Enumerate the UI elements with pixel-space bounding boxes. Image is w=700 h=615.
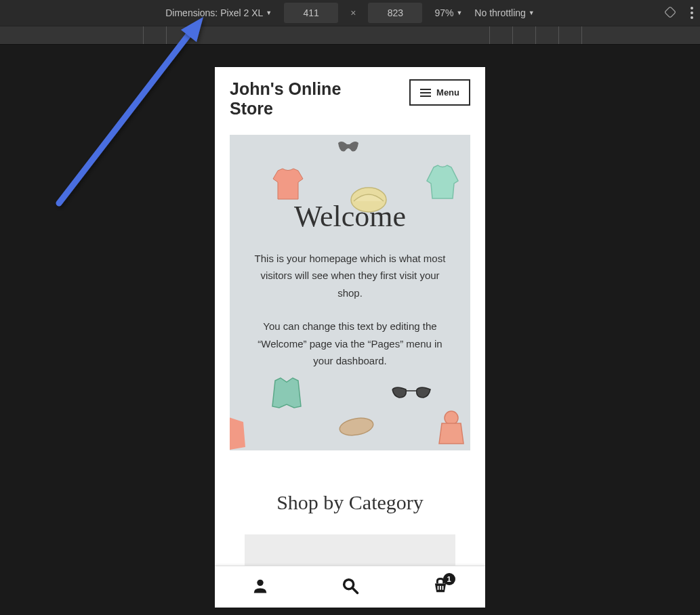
throttling-value: No throttling — [474, 7, 525, 18]
svg-line-6 — [352, 588, 357, 593]
zoom-dropdown[interactable]: 97% ▼ — [434, 7, 462, 18]
hero-section: Welcome This is your homepage which is w… — [230, 135, 470, 450]
hoodie-doodle-icon — [434, 410, 469, 447]
menu-label: Menu — [436, 87, 459, 98]
cart-nav-item[interactable]: 1 — [431, 576, 450, 598]
times-separator: × — [350, 7, 356, 18]
device-dropdown[interactable]: Dimensions: Pixel 2 XL ▼ — [165, 7, 272, 18]
devtools-toolbar: Dimensions: Pixel 2 XL ▼ × 97% ▼ No thro… — [0, 0, 700, 26]
viewport-area: John's Online Store Menu Welcome This is… — [0, 45, 700, 615]
chevron-down-icon: ▼ — [266, 9, 272, 16]
sunglasses2-doodle-icon — [390, 383, 433, 403]
hero-paragraph-1: This is your homepage which is what most… — [250, 250, 450, 302]
sunglasses-doodle-icon — [335, 136, 362, 161]
hamburger-icon — [420, 89, 431, 97]
chevron-down-icon: ▼ — [456, 9, 462, 16]
jacket-doodle-icon — [267, 374, 306, 413]
tshirt-doodle-icon — [268, 165, 308, 205]
shirt-edge-doodle-icon — [230, 417, 247, 450]
cap-doodle-icon — [348, 181, 389, 215]
account-nav-item[interactable] — [251, 576, 270, 598]
search-icon — [341, 576, 360, 595]
throttling-dropdown[interactable]: No throttling ▼ — [474, 7, 534, 18]
shoe-doodle-icon — [338, 415, 375, 438]
ruler — [0, 26, 700, 45]
rotate-icon[interactable] — [663, 5, 677, 21]
svg-rect-0 — [665, 6, 676, 17]
site-title[interactable]: John's Online Store — [230, 79, 365, 119]
shop-heading: Shop by Category — [230, 491, 470, 514]
user-icon — [251, 576, 270, 595]
device-preview: John's Online Store Menu Welcome This is… — [215, 67, 485, 608]
dimensions-label: Dimensions: — [165, 7, 218, 18]
bottom-nav: 1 — [215, 566, 485, 608]
device-name: Pixel 2 XL — [220, 7, 263, 18]
kebab-menu-icon[interactable] — [691, 7, 693, 19]
site-header: John's Online Store Menu — [215, 67, 485, 125]
search-nav-item[interactable] — [341, 576, 360, 598]
chevron-down-icon: ▼ — [529, 9, 535, 16]
menu-button[interactable]: Menu — [409, 79, 470, 106]
zoom-value: 97% — [434, 7, 453, 18]
svg-point-4 — [257, 579, 263, 585]
hero-paragraph-2: You can change this text by editing the … — [250, 318, 450, 370]
svg-point-2 — [338, 415, 374, 437]
height-input[interactable] — [368, 3, 422, 23]
width-input[interactable] — [284, 3, 338, 23]
sweater-doodle-icon — [421, 162, 464, 204]
cart-badge: 1 — [443, 573, 455, 585]
svg-point-3 — [445, 411, 458, 425]
